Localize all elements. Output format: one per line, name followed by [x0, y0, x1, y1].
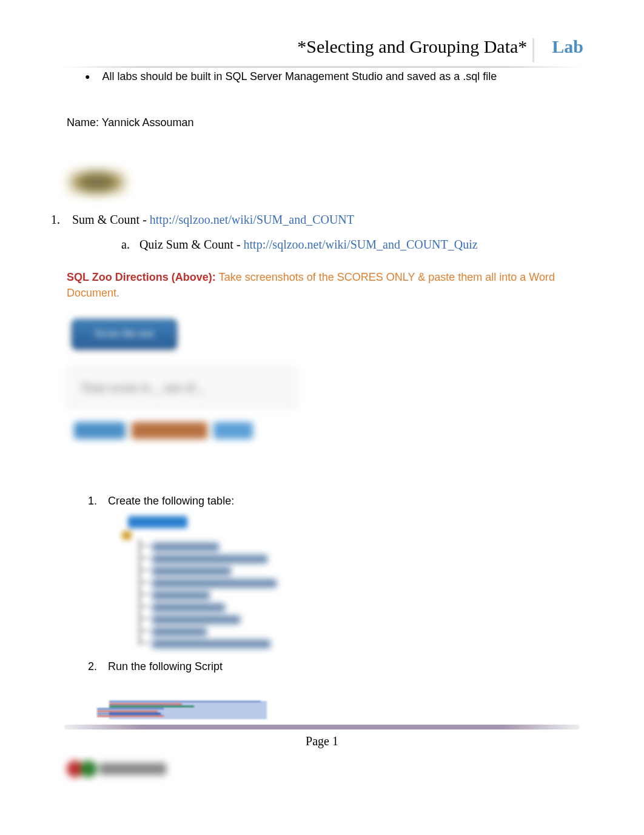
sub-number-1: 1.	[88, 495, 97, 508]
list-item-1a-prefix: Quiz Sum & Count -	[139, 238, 244, 251]
header-rule	[61, 66, 583, 68]
blurred-quiz-screenshot: Score the test Your score is _ out of _	[67, 319, 303, 452]
blurred-logo-image	[67, 169, 127, 196]
page-header: *Selecting and Grouping Data* Lab	[0, 0, 644, 62]
blurred-sql-script-image	[109, 700, 267, 719]
directions-label: SQL Zoo Directions (Above):	[67, 271, 219, 283]
list-item-1: 1. Sum & Count - http://sqlzoo.net/wiki/…	[51, 213, 577, 227]
intro-bullet: ● All labs should be built in SQL Server…	[67, 70, 577, 83]
name-line: Name: Yannick Assouman	[67, 116, 577, 129]
page-number: Page 1	[0, 734, 644, 748]
footer-logo	[67, 757, 170, 781]
page-subtitle-lab: Lab	[552, 36, 583, 56]
sub-item-1: 1. Create the following table:	[88, 495, 577, 508]
blurred-tag-1	[74, 422, 126, 439]
sub-text-2: Run the following Script	[108, 660, 223, 673]
blurred-tag-3	[213, 422, 253, 439]
list-item-1-prefix: Sum & Count -	[72, 213, 150, 226]
blurred-table-tree-image	[94, 516, 276, 649]
sub-text-1: Create the following table:	[108, 495, 234, 508]
blurred-tag-2	[132, 422, 207, 439]
blurred-score-text: Your score is _ out of _	[81, 380, 206, 395]
footer-rule	[64, 725, 580, 729]
blurred-button-label: Score the test	[95, 327, 154, 340]
sum-count-link[interactable]: http://sqlzoo.net/wiki/SUM_and_COUNT	[150, 213, 354, 226]
page-title: *Selecting and Grouping Data*	[297, 36, 527, 56]
title-divider	[532, 38, 534, 62]
intro-text: All labs should be built in SQL Server M…	[102, 70, 497, 83]
list-item-1a: a. Quiz Sum & Count - http://sqlzoo.net/…	[121, 238, 577, 252]
blurred-submit-button: Score the test	[72, 319, 177, 349]
list-item-1a-content: Quiz Sum & Count - http://sqlzoo.net/wik…	[139, 238, 478, 252]
directions-paragraph: SQL Zoo Directions (Above): Take screens…	[67, 270, 577, 300]
bullet-icon: ●	[85, 72, 90, 83]
sum-count-quiz-link[interactable]: http://sqlzoo.net/wiki/SUM_and_COUNT_Qui…	[244, 238, 478, 251]
list-item-1-content: Sum & Count - http://sqlzoo.net/wiki/SUM…	[72, 213, 354, 227]
blurred-tag-row	[67, 422, 297, 452]
sub-number-2: 2.	[88, 660, 97, 673]
sub-item-2: 2. Run the following Script	[88, 660, 577, 673]
blurred-score-box: Your score is _ out of _	[67, 366, 297, 409]
list-number-1: 1.	[51, 213, 60, 227]
list-letter-a: a.	[121, 238, 130, 252]
